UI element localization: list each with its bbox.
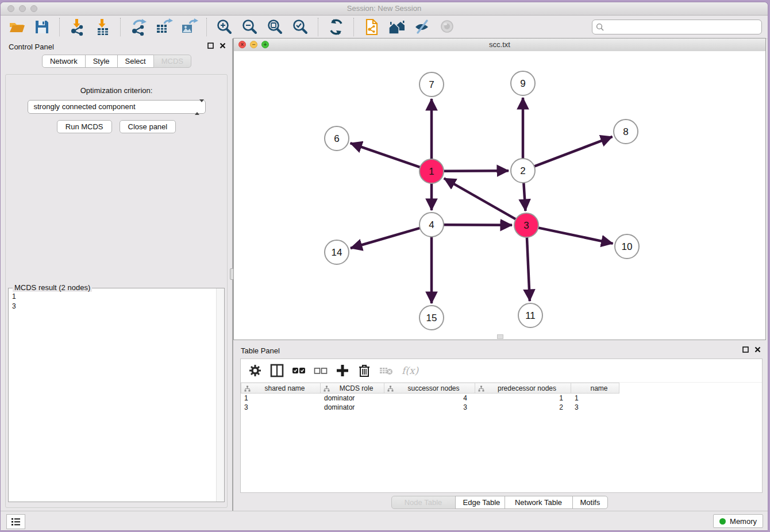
add-column-icon[interactable] — [335, 363, 350, 378]
graph-node-8[interactable]: 8 — [614, 119, 638, 144]
search-box — [592, 20, 762, 34]
import-network-icon[interactable] — [68, 18, 87, 36]
table-cell[interactable]: 1 — [241, 394, 321, 403]
memory-button[interactable]: Memory — [713, 514, 763, 528]
table-cell[interactable]: 1 — [571, 394, 619, 403]
select-all-columns-icon[interactable] — [291, 363, 306, 378]
save-session-icon[interactable] — [33, 18, 51, 36]
table-cell[interactable]: dominator — [321, 403, 384, 412]
graph-node-label: 2 — [520, 165, 525, 176]
column-header-predecessor-nodes[interactable]: predecessor nodes — [475, 383, 571, 394]
graph-node-10[interactable]: 10 — [615, 234, 639, 259]
graph-node-label: 3 — [523, 220, 529, 231]
column-header-label: MCDS role — [329, 384, 384, 392]
graph-edge-4-3[interactable] — [444, 225, 512, 225]
zoom-in-icon[interactable] — [215, 18, 234, 36]
control-panel: Control Panel NetworkStyleSelectMCDS Opt… — [1, 38, 233, 511]
table-cell[interactable]: dominator — [321, 394, 384, 403]
home-icon[interactable] — [388, 18, 406, 36]
graph-node-15[interactable]: 15 — [419, 306, 444, 330]
show-columns-icon[interactable] — [270, 363, 284, 378]
close-panel-icon[interactable] — [754, 346, 761, 353]
table-cell[interactable]: 3 — [571, 403, 619, 412]
column-header-shared-name[interactable]: shared name — [241, 383, 321, 394]
graph-edge-1-2[interactable] — [444, 171, 509, 171]
network-window-title: scc.txt — [234, 40, 765, 49]
tab-network-table[interactable]: Network Table — [505, 496, 573, 509]
import-table-icon[interactable] — [94, 18, 112, 36]
network-from-selection-icon[interactable] — [363, 18, 381, 36]
graph-node-label: 9 — [520, 78, 525, 89]
memory-label: Memory — [730, 517, 757, 526]
result-scrollbar[interactable] — [216, 288, 224, 502]
zoom-out-icon[interactable] — [241, 18, 259, 36]
zoom-fit-icon[interactable] — [266, 18, 284, 36]
criterion-select[interactable]: strongly connected component — [28, 100, 206, 114]
tab-network[interactable]: Network — [42, 55, 86, 68]
tab-style[interactable]: Style — [85, 55, 118, 68]
graph-node-2[interactable]: 2 — [511, 159, 535, 183]
toolbar-separator — [206, 18, 207, 36]
graph-node-6[interactable]: 6 — [325, 126, 349, 151]
mcds-result-box[interactable]: MCDS result (2 nodes) 1 3 — [8, 288, 225, 502]
export-table-icon[interactable] — [155, 18, 173, 36]
toolbar-separator — [318, 18, 319, 36]
app-window: Session: New Session — [1, 2, 768, 530]
graph-edge-1-6[interactable] — [351, 143, 421, 167]
column-header-successor-nodes[interactable]: successor nodes — [384, 383, 475, 394]
tab-select[interactable]: Select — [117, 55, 154, 68]
table-cell[interactable]: 1 — [475, 394, 571, 403]
column-header-name[interactable]: name — [571, 383, 619, 394]
unselect-all-columns-icon[interactable] — [313, 363, 328, 378]
tab-motifs[interactable]: Motifs — [572, 496, 608, 509]
tab-mcds[interactable]: MCDS — [153, 55, 191, 68]
graph-edge-3-11[interactable] — [527, 237, 530, 301]
graph-node-14[interactable]: 14 — [325, 240, 349, 264]
table-row[interactable]: 1dominator411 — [241, 394, 762, 403]
float-panel-icon[interactable] — [207, 43, 214, 49]
table-cell[interactable]: 3 — [241, 403, 321, 412]
graph-edge-4-14[interactable] — [351, 228, 420, 248]
graph-edge-3-10[interactable] — [538, 228, 613, 243]
close-panel-button[interactable]: Close panel — [120, 120, 176, 133]
toolbar-separator — [120, 18, 121, 36]
zoom-selected-icon[interactable] — [291, 18, 310, 36]
hide-selected-icon[interactable] — [413, 18, 432, 36]
network-view-window: × – + scc.txt 7968124314101511 — [233, 38, 766, 340]
app-titlebar: Session: New Session — [1, 2, 768, 16]
close-panel-icon[interactable] — [220, 43, 226, 49]
table-cell[interactable]: 2 — [475, 403, 571, 412]
toolbar-separator — [59, 18, 60, 36]
canvas-resize-grip[interactable] — [497, 334, 503, 339]
table-cell[interactable]: 3 — [384, 403, 475, 412]
open-session-icon[interactable] — [7, 18, 26, 36]
column-header-MCDS-role[interactable]: MCDS role — [321, 383, 384, 394]
graph-edge-2-3[interactable] — [523, 183, 525, 211]
graph-node-9[interactable]: 9 — [511, 71, 535, 95]
graph-node-11[interactable]: 11 — [518, 303, 542, 327]
mcds-result-title: MCDS result (2 nodes) — [13, 283, 92, 292]
network-window-titlebar: × – + scc.txt — [234, 38, 765, 52]
graph-edge-3-1[interactable] — [444, 178, 516, 219]
network-canvas[interactable]: 7968124314101511 — [234, 51, 765, 340]
delete-column-icon[interactable] — [357, 363, 372, 378]
memory-status-icon — [719, 518, 726, 525]
run-mcds-button[interactable]: Run MCDS — [57, 120, 112, 133]
export-image-icon[interactable] — [180, 18, 198, 36]
float-panel-icon[interactable] — [742, 346, 749, 353]
table-cell[interactable]: 4 — [384, 394, 475, 403]
export-network-icon[interactable] — [129, 18, 148, 36]
tab-node-table[interactable]: Node Table — [391, 496, 456, 509]
control-panel-header: Control Panel — [1, 38, 233, 55]
task-history-button[interactable] — [6, 514, 25, 529]
graph-node-3[interactable]: 3 — [514, 213, 538, 237]
graph-edge-2-8[interactable] — [534, 137, 613, 167]
graph-node-4[interactable]: 4 — [419, 213, 444, 237]
refresh-icon[interactable] — [327, 18, 345, 36]
table-row[interactable]: 3dominator323 — [241, 403, 762, 412]
tab-edge-table[interactable]: Edge Table — [455, 496, 505, 509]
graph-node-7[interactable]: 7 — [419, 72, 444, 97]
table-settings-icon[interactable] — [248, 363, 263, 378]
graph-node-1[interactable]: 1 — [419, 159, 444, 183]
search-input[interactable] — [605, 21, 761, 33]
